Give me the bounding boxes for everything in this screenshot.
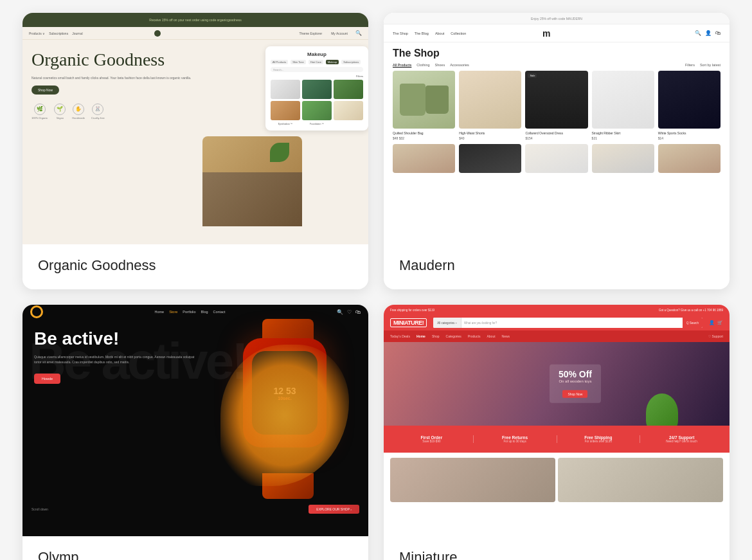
maudern-shorts-image xyxy=(459,71,521,129)
og-search-placeholder: Search... xyxy=(273,68,283,71)
olymp-preview: Home Store Portfolio Blog Contact 🔍 ♡ 🛍 … xyxy=(22,305,368,536)
maudern-product-sm-2 xyxy=(459,144,521,173)
olymp-cta-btn[interactable]: Howde xyxy=(34,374,60,384)
og-product-grid xyxy=(271,80,363,120)
og-handmade-icon: ✋ xyxy=(73,104,84,115)
miniature-subnav: Today's Deals Home Shop Categories Produ… xyxy=(384,330,730,342)
olymp-card[interactable]: Home Store Portfolio Blog Contact 🔍 ♡ 🛍 … xyxy=(22,305,368,560)
maudern-sm-img-4 xyxy=(592,144,654,173)
maudern-sm-img-1 xyxy=(393,144,455,173)
og-hero-left: Organic Goodness Natural cosmetics small… xyxy=(22,40,202,226)
og-topbar-text: Receive 15% off on your next order using… xyxy=(29,18,362,22)
maudern-products-row1: Quilted Shoulder Bag $48 $32 High-Waist … xyxy=(384,71,730,140)
og-product-img-1 xyxy=(271,80,300,99)
maudern-logo: m xyxy=(542,28,550,39)
maudern-product-price-2: $40 xyxy=(459,136,521,140)
og-icon-cruelty: 🐰 Cruelty-free xyxy=(91,104,105,120)
maudern-shop-title: The Shop xyxy=(384,42,730,63)
miniature-hero-cta[interactable]: Shop Now xyxy=(562,390,587,398)
maudern-product-img-2 xyxy=(459,71,521,129)
maudern-sale-badge: Sale xyxy=(528,73,537,78)
og-my-account: My Account xyxy=(331,32,348,35)
maudern-product-price-3: $154 xyxy=(525,136,587,140)
og-product-img-6 xyxy=(334,101,363,120)
og-shop-now-btn[interactable]: Shop Now xyxy=(31,86,59,95)
olymp-nav-contact: Contact xyxy=(213,310,226,314)
maudern-bag-image xyxy=(393,71,455,129)
maudern-product-price-5: $14 xyxy=(658,136,721,140)
maudern-product-img-1 xyxy=(393,71,455,129)
olymp-nav-right: 🔍 ♡ 🛍 xyxy=(337,309,361,315)
miniature-badges-bar: First Order Save $10-$90 Free Returns Fo… xyxy=(384,426,730,453)
og-hero: Organic Goodness Natural cosmetics small… xyxy=(22,40,368,226)
og-product-card: Makeup All Products Skin Tone Hair Care … xyxy=(265,46,368,131)
og-navbar: Products ∨ Subscriptions Journal Theme E… xyxy=(22,27,368,40)
miniature-nav-about: About xyxy=(487,334,496,338)
og-filters-label: Filters xyxy=(356,75,363,78)
miniature-search-bar: All categories ÷ What are you looking fo… xyxy=(433,318,703,328)
miniature-card[interactable]: Free shipping for orders over $119 Got a… xyxy=(384,305,730,560)
olymp-scroll-label: Scroll down xyxy=(31,507,48,511)
miniature-preview: Free shipping for orders over $119 Got a… xyxy=(384,305,730,536)
og-icons-row: 🌿 100% Organic 🌱 Vegan ✋ Handmade 🐰 xyxy=(31,104,193,120)
maudern-product-price-4: $21 xyxy=(592,136,654,140)
olymp-nav-links: Home Store Portfolio Blog Contact xyxy=(49,310,330,314)
og-theme-explorer: Theme Explorer xyxy=(300,32,323,35)
miniature-search-placeholder: What are you looking for? xyxy=(461,321,683,325)
olymp-nav-portfolio: Portfolio xyxy=(183,310,195,314)
miniature-search-btn[interactable]: Q Search xyxy=(683,318,703,328)
olymp-hero: Be active! Be active! Quisque viverra ul… xyxy=(22,319,368,518)
organic-goodness-label: Organic Goodness xyxy=(22,244,368,289)
miniature-badge-title-4: 24/7 Support xyxy=(640,435,723,440)
og-product-img-4 xyxy=(271,101,300,120)
miniature-nav-home: Home xyxy=(416,334,425,338)
miniature-badge-title-1: First Order xyxy=(390,435,473,440)
maudern-product-name-3: Collarerd Oversized Dress xyxy=(525,131,587,135)
miniature-nav-categories: Categories xyxy=(446,334,461,338)
miniature-topbar-right: Got a Question? Give us a call on +1 704… xyxy=(659,309,723,312)
maudern-filter-accessories: Accessories xyxy=(450,63,469,67)
miniature-search-category: All categories ÷ xyxy=(433,318,461,328)
og-nav-products: Products ∨ xyxy=(29,32,45,35)
og-vegan-icon: 🌱 xyxy=(54,104,66,115)
maudern-topbar-text: Enjoy 25% off with code MAUDERN xyxy=(390,17,723,21)
og-search-bar: Search... xyxy=(271,67,363,72)
olymp-explore-btn[interactable]: EXPLORE OUR SHOP › xyxy=(309,505,359,514)
olymp-hero-content: Be active! Quisque viverra ullamcorper m… xyxy=(34,329,195,384)
olymp-nav-blog: Blog xyxy=(201,310,208,314)
maudern-product-name-4: Straight Ribber Skirt xyxy=(592,131,654,135)
miniature-thumb-2 xyxy=(558,458,723,502)
og-label-foundation: Foundation ™ xyxy=(302,123,332,125)
olymp-nav-store: Store xyxy=(169,310,177,314)
og-nav-all: All Products xyxy=(271,60,288,64)
og-icon-organic: 🌿 100% Organic xyxy=(31,104,48,120)
olymp-navbar: Home Store Portfolio Blog Contact 🔍 ♡ 🛍 xyxy=(22,305,368,319)
olymp-hero-subtitle: Quisque viverra ullamcorper metus id ves… xyxy=(34,354,195,365)
miniature-nav-shop: Shop xyxy=(432,334,440,338)
maudern-filter-all: All Products xyxy=(393,63,411,67)
maudern-product-3: Sale Collarerd Oversized Dress $154 xyxy=(525,71,587,140)
maudern-label: Maudern xyxy=(384,244,730,289)
maudern-nav-links: The Shop The Blog About Collection xyxy=(393,32,466,35)
og-logo xyxy=(154,30,161,37)
og-cruelty-icon: 🐰 xyxy=(92,104,103,115)
og-search-icon: 🔍 xyxy=(355,30,362,36)
miniature-hero-content: 50% Off On all wooden toys Shop Now xyxy=(550,365,601,403)
miniature-badge-sub-1: Save $10-$90 xyxy=(390,440,473,443)
maudern-product-sm-3 xyxy=(525,144,587,173)
olymp-bag-icon: 🛍 xyxy=(355,309,361,315)
miniature-nav-icons: 👤 🛒 xyxy=(709,320,723,325)
organic-goodness-card[interactable]: Receive 15% off on your next order using… xyxy=(22,13,368,289)
maudern-product-2: High-Waist Shorts $40 xyxy=(459,71,521,140)
maudern-product-name-5: White Sports Socks xyxy=(658,131,721,135)
maudern-card[interactable]: Enjoy 25% off with code MAUDERN The Shop… xyxy=(384,13,730,289)
og-hero-right: Makeup All Products Skin Tone Hair Care … xyxy=(202,40,368,226)
maudern-sort-btn: Sort by latest xyxy=(700,63,721,67)
og-hero-title: Organic Goodness xyxy=(31,50,193,70)
maudern-account-icon: 👤 xyxy=(705,30,712,36)
og-organic-label: 100% Organic xyxy=(31,116,48,120)
maudern-bag-icon: 🛍 xyxy=(715,30,721,36)
og-product-card-title: Makeup xyxy=(271,51,363,57)
miniature-cart-icon: 🛒 xyxy=(717,320,723,325)
maudern-topbar: Enjoy 25% off with code MAUDERN xyxy=(384,13,730,24)
